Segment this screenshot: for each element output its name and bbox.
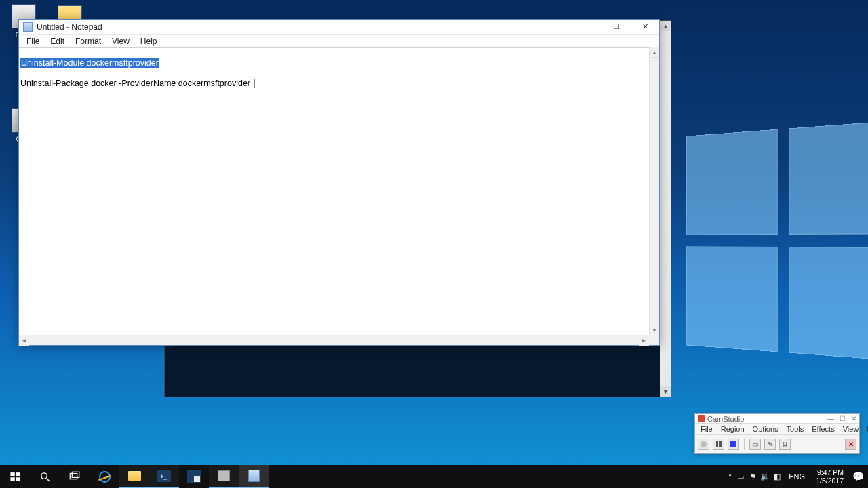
svg-rect-7 xyxy=(72,472,79,477)
tray-network-icon[interactable]: ▭ xyxy=(734,472,747,481)
scrollbar-horizontal[interactable]: ◄ ► xyxy=(19,335,649,345)
titlebar[interactable]: Untitled - Notepad ― ☐ ✕ xyxy=(19,20,659,35)
notepad-window: Untitled - Notepad ― ☐ ✕ File Edit Forma… xyxy=(18,19,660,346)
record-button[interactable] xyxy=(698,439,709,450)
scroll-up-icon[interactable]: ▲ xyxy=(650,47,659,58)
taskbar-app-powershell-ise[interactable] xyxy=(179,465,209,488)
tray-date: 1/5/2017 xyxy=(816,476,844,485)
settings-button[interactable]: ⚙ xyxy=(779,439,791,450)
minimize-button[interactable]: ― xyxy=(827,415,834,422)
annotations-button[interactable]: ✎ xyxy=(764,439,776,450)
taskbar-app-powershell[interactable]: ›_ xyxy=(149,465,179,488)
scroll-right-icon[interactable]: ► xyxy=(639,336,649,346)
pause-icon xyxy=(716,441,722,447)
window-title: CamStudio xyxy=(707,415,744,423)
menu-effects[interactable]: Effects xyxy=(808,424,838,434)
taskbar-app-explorer[interactable] xyxy=(119,465,149,488)
system-tray: ˄ ▭ ⚑ 🔉 ◧ ENG 9:47 PM 1/5/2017 💬 xyxy=(726,465,868,488)
menu-file[interactable]: File xyxy=(696,424,717,434)
menu-view[interactable]: View xyxy=(107,36,134,47)
notepad-icon xyxy=(247,469,260,483)
text-editor-area[interactable]: Uninstall-Module dockermsftprovider Unin… xyxy=(19,47,649,335)
camstudio-icon xyxy=(698,415,705,422)
stop-button[interactable] xyxy=(728,439,739,450)
powershell-icon: ›_ xyxy=(157,469,171,483)
window-title: Untitled - Notepad xyxy=(37,22,574,32)
scroll-up-icon[interactable]: ▲ xyxy=(660,21,671,31)
close-button[interactable]: ✕ xyxy=(851,415,856,422)
scroll-down-icon[interactable]: ▼ xyxy=(650,325,659,335)
tray-clock[interactable]: 9:47 PM 1/5/2017 xyxy=(810,468,849,485)
scroll-track[interactable] xyxy=(660,31,671,386)
cancel-button[interactable]: ✕ xyxy=(845,439,856,450)
menubar: File Region Options Tools Effects View H… xyxy=(695,424,859,435)
separator xyxy=(744,438,745,450)
svg-rect-3 xyxy=(16,477,20,481)
maximize-button[interactable]: ☐ xyxy=(840,415,846,422)
tray-security-icon[interactable]: ⚑ xyxy=(747,472,759,481)
menu-format[interactable]: Format xyxy=(71,36,106,47)
taskbar-app-ie[interactable] xyxy=(90,465,119,488)
tray-app-icon[interactable]: ◧ xyxy=(771,472,783,481)
windows-icon xyxy=(8,470,22,483)
task-view-button[interactable] xyxy=(60,465,90,488)
server-manager-icon xyxy=(217,469,231,483)
scrollbar-vertical[interactable]: ▲ ▼ xyxy=(649,47,659,335)
menubar: File Edit Format View Help xyxy=(19,35,659,47)
menu-help[interactable]: Help xyxy=(863,424,868,434)
svg-rect-0 xyxy=(10,472,14,476)
folder-icon xyxy=(127,469,141,483)
scroll-down-icon[interactable]: ▼ xyxy=(660,386,671,396)
powershell-ise-icon xyxy=(187,470,201,483)
tray-language[interactable]: ENG xyxy=(783,472,810,481)
svg-rect-6 xyxy=(70,474,77,479)
tray-overflow-button[interactable]: ˄ xyxy=(726,473,734,481)
search-button[interactable] xyxy=(30,465,60,488)
toolbar: ▭ ✎ ⚙ ✕ xyxy=(695,435,859,453)
tray-notifications-button[interactable]: 💬 xyxy=(849,471,867,482)
menu-edit[interactable]: Edit xyxy=(45,36,69,47)
tray-time: 9:47 PM xyxy=(816,468,844,476)
stop-icon xyxy=(730,441,736,447)
ie-icon xyxy=(98,470,111,483)
notepad-icon xyxy=(23,22,33,32)
menu-options[interactable]: Options xyxy=(749,424,783,434)
pause-button[interactable] xyxy=(713,439,724,450)
menu-file[interactable]: File xyxy=(22,36,44,47)
minimize-button[interactable]: ― xyxy=(574,20,602,35)
camstudio-window: CamStudio ― ☐ ✕ File Region Options Tool… xyxy=(694,413,860,454)
close-button[interactable]: ✕ xyxy=(631,20,659,35)
tray-volume-icon[interactable]: 🔉 xyxy=(759,472,771,481)
menu-help[interactable]: Help xyxy=(136,36,162,47)
taskbar-app-server-manager[interactable] xyxy=(209,465,239,488)
svg-rect-2 xyxy=(10,477,14,481)
text-caret xyxy=(254,79,255,88)
svg-point-4 xyxy=(41,472,47,479)
search-icon xyxy=(38,470,52,483)
scroll-corner xyxy=(649,335,659,345)
scrollbar-vertical[interactable]: ▲ ▼ xyxy=(660,21,671,396)
selected-text: Uninstall-Module dockermsftprovider xyxy=(20,58,159,68)
menu-view[interactable]: View xyxy=(839,424,863,434)
titlebar[interactable]: CamStudio ― ☐ ✕ xyxy=(695,414,859,424)
taskbar: ›_ ˄ ▭ ⚑ 🔉 ◧ ENG 9:47 PM 1/5/2017 💬 xyxy=(0,465,868,488)
svg-line-5 xyxy=(46,478,49,481)
windows-logo-art xyxy=(686,121,868,361)
menu-region[interactable]: Region xyxy=(717,424,749,434)
maximize-button[interactable]: ☐ xyxy=(602,20,631,35)
menu-tools[interactable]: Tools xyxy=(783,424,808,434)
taskbar-app-notepad[interactable] xyxy=(239,465,269,488)
start-button[interactable] xyxy=(0,465,30,488)
record-icon xyxy=(701,441,707,447)
toggle-view-button[interactable]: ▭ xyxy=(749,439,761,450)
editor-line: Uninstall-Package docker -ProviderName d… xyxy=(20,79,250,88)
scroll-left-icon[interactable]: ◄ xyxy=(19,336,29,346)
task-view-icon xyxy=(68,470,81,483)
svg-rect-1 xyxy=(16,472,20,476)
